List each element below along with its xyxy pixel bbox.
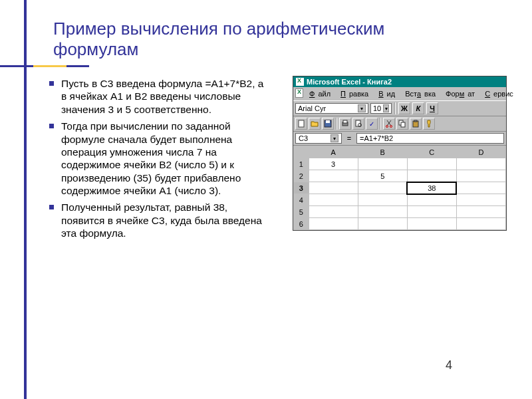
font-size-combo[interactable]: 10 bbox=[370, 103, 392, 114]
cell-B6[interactable] bbox=[358, 218, 407, 230]
chevron-down-icon[interactable] bbox=[331, 134, 338, 142]
menu-insert[interactable]: Вставка bbox=[402, 88, 442, 99]
toolbar-divider bbox=[380, 118, 381, 130]
svg-rect-4 bbox=[343, 120, 347, 123]
cut-icon[interactable] bbox=[383, 118, 395, 130]
svg-point-8 bbox=[390, 126, 392, 128]
cell-C5[interactable] bbox=[407, 206, 456, 218]
slide: Пример вычисления по арифметическим форм… bbox=[0, 0, 532, 399]
row-3: 3 38 bbox=[294, 182, 506, 194]
row-header-4[interactable]: 4 bbox=[294, 194, 309, 206]
cell-D5[interactable] bbox=[456, 206, 505, 218]
cell-C2[interactable] bbox=[407, 170, 456, 182]
svg-point-7 bbox=[386, 126, 388, 128]
row-header-1[interactable]: 1 bbox=[294, 158, 309, 170]
open-icon[interactable] bbox=[309, 118, 321, 130]
workbook-icon[interactable] bbox=[295, 88, 303, 98]
cell-D2[interactable] bbox=[456, 170, 505, 182]
accent-blue-2 bbox=[66, 65, 89, 67]
equals-icon[interactable]: = bbox=[344, 133, 354, 144]
chevron-down-icon[interactable] bbox=[383, 104, 389, 112]
row-header-5[interactable]: 5 bbox=[294, 206, 309, 218]
title-decoration bbox=[0, 65, 89, 67]
underline-button[interactable]: Ч bbox=[426, 102, 438, 114]
accent-yellow bbox=[33, 65, 66, 67]
cell-B3[interactable] bbox=[358, 182, 407, 194]
cell-A4[interactable] bbox=[309, 194, 358, 206]
cell-B1[interactable] bbox=[358, 158, 407, 170]
excel-titlebar[interactable]: Microsoft Excel - Книга2 bbox=[293, 76, 506, 87]
cell-C1[interactable] bbox=[407, 158, 456, 170]
row-1: 1 3 bbox=[294, 158, 506, 170]
column-header-row: A B C D bbox=[294, 146, 506, 158]
paste-icon[interactable] bbox=[410, 118, 422, 130]
svg-rect-0 bbox=[299, 120, 304, 127]
menu-service[interactable]: Сервис bbox=[481, 88, 520, 99]
menu-file[interactable]: Файл bbox=[306, 88, 337, 99]
new-icon[interactable] bbox=[295, 118, 307, 130]
excel-logo-icon bbox=[296, 78, 304, 86]
font-combo[interactable]: Arial Cyr bbox=[295, 103, 368, 114]
format-painter-icon[interactable] bbox=[423, 118, 435, 130]
menu-bar: Файл Правка Вид Вставка Формат Сервис bbox=[293, 87, 506, 100]
cell-C6[interactable] bbox=[407, 218, 456, 230]
svg-rect-10 bbox=[401, 122, 405, 127]
save-icon[interactable] bbox=[322, 118, 334, 130]
bullet-2: Тогда при вычислении по заданной формуле… bbox=[49, 120, 269, 197]
cell-B5[interactable] bbox=[358, 206, 407, 218]
cell-D6[interactable] bbox=[456, 218, 505, 230]
select-all-corner[interactable] bbox=[294, 146, 309, 158]
menu-view[interactable]: Вид bbox=[375, 88, 402, 99]
cell-D4[interactable] bbox=[456, 194, 505, 206]
cell-A1[interactable]: 3 bbox=[309, 158, 358, 170]
active-cell-ref: C3 bbox=[299, 134, 308, 142]
cell-B4[interactable] bbox=[358, 194, 407, 206]
cell-C4[interactable] bbox=[407, 194, 456, 206]
standard-toolbar: ✓ bbox=[293, 116, 506, 132]
print-icon[interactable] bbox=[339, 118, 351, 130]
slide-title: Пример вычисления по арифметическим форм… bbox=[53, 19, 452, 60]
excel-title: Microsoft Excel - Книга2 bbox=[307, 78, 392, 86]
preview-icon[interactable] bbox=[352, 118, 364, 130]
cell-C3[interactable]: 38 bbox=[407, 182, 456, 194]
cell-A3[interactable] bbox=[309, 182, 358, 194]
row-2: 2 5 bbox=[294, 170, 506, 182]
cell-D3[interactable] bbox=[456, 182, 505, 194]
row-header-2[interactable]: 2 bbox=[294, 170, 309, 182]
side-accent-line bbox=[24, 0, 27, 399]
accent-blue bbox=[0, 65, 33, 67]
bullet-1: Пусть в C3 введена формула =A1+7*B2, а в… bbox=[49, 77, 269, 116]
copy-icon[interactable] bbox=[396, 118, 408, 130]
cell-A5[interactable] bbox=[309, 206, 358, 218]
col-header-D[interactable]: D bbox=[456, 146, 505, 158]
row-header-6[interactable]: 6 bbox=[294, 218, 309, 230]
name-box[interactable]: C3 bbox=[295, 133, 342, 144]
italic-button[interactable]: К bbox=[412, 102, 424, 114]
col-header-B[interactable]: B bbox=[358, 146, 407, 158]
cell-B2[interactable]: 5 bbox=[358, 170, 407, 182]
cell-A6[interactable] bbox=[309, 218, 358, 230]
cell-A2[interactable] bbox=[309, 170, 358, 182]
spellcheck-icon[interactable]: ✓ bbox=[366, 118, 378, 130]
toolbar-divider bbox=[336, 118, 337, 130]
cell-D1[interactable] bbox=[456, 158, 505, 170]
bold-button[interactable]: Ж bbox=[398, 102, 410, 114]
toolbar-divider bbox=[394, 102, 396, 114]
format-toolbar: Arial Cyr 10 Ж К Ч bbox=[293, 100, 506, 116]
spreadsheet-grid: A B C D 1 3 2 5 3 bbox=[293, 146, 506, 230]
row-6: 6 bbox=[294, 218, 506, 230]
row-header-3[interactable]: 3 bbox=[294, 182, 309, 194]
font-name: Arial Cyr bbox=[298, 104, 326, 112]
chevron-down-icon[interactable] bbox=[358, 104, 366, 112]
body-text: Пусть в C3 введена формула =A1+7*B2, а в… bbox=[49, 77, 269, 244]
col-header-C[interactable]: C bbox=[407, 146, 456, 158]
font-size: 10 bbox=[373, 104, 381, 112]
menu-edit[interactable]: Правка bbox=[337, 88, 375, 99]
excel-window: Microsoft Excel - Книга2 Файл Правка Вид… bbox=[293, 76, 507, 231]
col-header-A[interactable]: A bbox=[309, 146, 358, 158]
row-5: 5 bbox=[294, 206, 506, 218]
formula-bar: C3 = =A1+7*B2 bbox=[293, 132, 506, 146]
formula-input[interactable]: =A1+7*B2 bbox=[356, 133, 504, 144]
menu-format[interactable]: Формат bbox=[442, 88, 481, 99]
bullet-list: Пусть в C3 введена формула =A1+7*B2, а в… bbox=[49, 77, 269, 240]
